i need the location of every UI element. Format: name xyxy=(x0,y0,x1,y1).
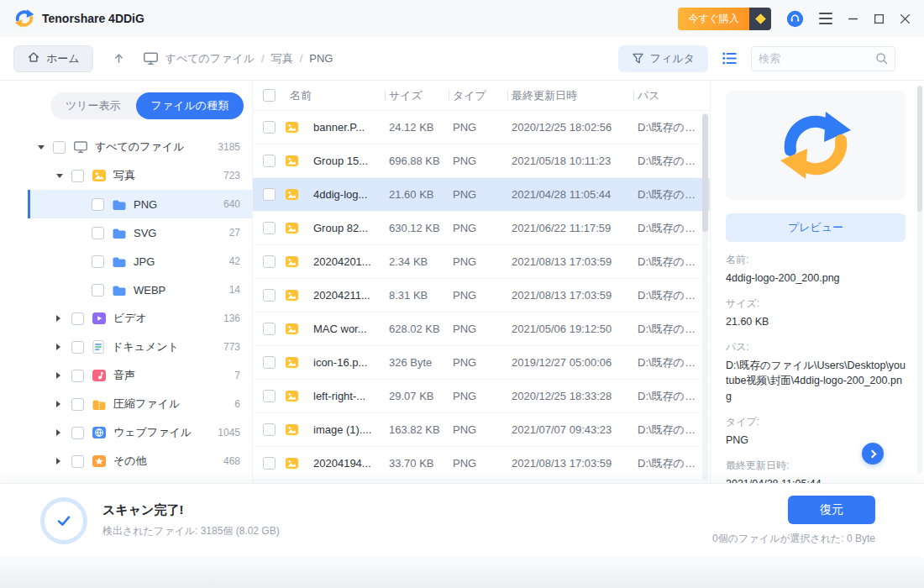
table-row[interactable]: MAC wor... 628.02 KB PNG 2021/05/06 19:1… xyxy=(253,312,710,346)
expand-icon[interactable] xyxy=(56,429,71,436)
header-name[interactable]: 名前 xyxy=(285,88,389,103)
table-row[interactable]: 20204194... 33.70 KB PNG 2021/08/13 17:0… xyxy=(253,447,710,480)
breadcrumb-separator: / xyxy=(300,52,303,65)
tree-checkbox[interactable] xyxy=(92,198,104,211)
row-checkbox[interactable] xyxy=(263,121,276,134)
row-checkbox[interactable] xyxy=(263,323,276,335)
up-arrow-icon[interactable] xyxy=(112,51,126,66)
tree-checkbox[interactable] xyxy=(92,227,104,239)
row-checkbox[interactable] xyxy=(263,356,276,369)
tree-item-video[interactable]: ビデオ 136 xyxy=(28,304,252,333)
table-row[interactable]: 20204201... 2.34 KB PNG 2021/08/13 17:03… xyxy=(253,245,710,279)
file-type: PNG xyxy=(453,155,512,167)
preview-scrollbar-thumb[interactable] xyxy=(917,86,922,212)
table-row[interactable]: left-right-... 29.07 KB PNG 2020/12/25 1… xyxy=(253,380,710,413)
tree-checkbox[interactable] xyxy=(71,170,84,182)
collapse-icon[interactable] xyxy=(38,145,53,150)
tree-item-audio[interactable]: 音声 7 xyxy=(28,361,252,390)
row-checkbox[interactable] xyxy=(263,390,276,402)
tree-checkbox[interactable] xyxy=(71,427,84,439)
preview-name-label: 名前: xyxy=(726,253,906,267)
preview-button[interactable]: プレビュー xyxy=(726,213,906,242)
row-checkbox[interactable] xyxy=(263,222,276,234)
video-icon xyxy=(92,311,107,326)
minimize-button[interactable] xyxy=(848,13,858,24)
select-all-checkbox[interactable] xyxy=(263,89,276,102)
support-icon[interactable] xyxy=(786,10,804,28)
table-row[interactable]: image (1).... 163.82 KB PNG 2021/07/07 0… xyxy=(253,413,710,447)
home-button[interactable]: ホーム xyxy=(13,45,93,72)
tree-item-label: その他 xyxy=(113,454,147,469)
preview-type-label: タイプ: xyxy=(726,415,906,429)
tree-checkbox[interactable] xyxy=(71,341,84,354)
next-file-button[interactable] xyxy=(862,443,884,465)
tree-checkbox[interactable] xyxy=(71,455,84,468)
tree-checkbox[interactable] xyxy=(92,255,104,268)
preview-path-value: D:\既存のファイル\Users\Desktop\youtube视频\封面\4d… xyxy=(726,358,906,403)
tree-item-photos[interactable]: 写真 723 xyxy=(28,161,252,190)
expand-icon[interactable] xyxy=(56,344,71,350)
tree-checkbox[interactable] xyxy=(71,398,84,411)
tree-checkbox[interactable] xyxy=(92,284,104,297)
search-icon[interactable] xyxy=(875,52,888,65)
row-checkbox[interactable] xyxy=(263,423,276,436)
table-row[interactable]: banner.P... 24.12 KB PNG 2020/12/25 18:0… xyxy=(253,111,710,144)
tree-item-others[interactable]: その他 468 xyxy=(28,447,252,475)
image-file-icon xyxy=(285,187,308,202)
tree-item-all-files[interactable]: すべてのファイル 3185 xyxy=(28,133,252,161)
expand-icon[interactable] xyxy=(56,372,71,379)
expand-icon[interactable] xyxy=(56,401,71,407)
search-input[interactable] xyxy=(759,52,875,65)
tree-checkbox[interactable] xyxy=(71,312,84,325)
menu-icon[interactable] xyxy=(819,13,832,24)
tree-checkbox[interactable] xyxy=(53,141,66,154)
breadcrumb-photos[interactable]: 写真 xyxy=(271,51,293,66)
tree-item-label: すべてのファイル xyxy=(95,139,184,155)
list-view-icon[interactable] xyxy=(722,51,738,66)
breadcrumb-png[interactable]: PNG xyxy=(309,52,333,65)
maximize-button[interactable] xyxy=(874,13,885,24)
file-size: 24.12 KB xyxy=(389,121,453,134)
preview-logo-image xyxy=(775,105,856,186)
table-scrollbar-thumb[interactable] xyxy=(702,114,708,232)
row-checkbox[interactable] xyxy=(263,289,276,302)
tree-item-web-files[interactable]: ウェブファイル 1045 xyxy=(28,418,252,447)
breadcrumb-all-files[interactable]: すべてのファイル xyxy=(165,51,255,66)
buy-now-button[interactable]: 今すぐ購入 xyxy=(678,8,771,30)
tab-file-type[interactable]: ファイルの種類 xyxy=(136,92,244,119)
tree-item-count: 14 xyxy=(224,284,240,296)
file-type: PNG xyxy=(453,323,512,335)
tree-item-png[interactable]: PNG 640 xyxy=(28,190,252,218)
tree-item-documents[interactable]: ドキュメント 773 xyxy=(28,333,252,361)
filter-button[interactable]: フィルタ xyxy=(618,45,708,72)
tree-item-svg[interactable]: SVG 27 xyxy=(28,218,252,247)
image-file-icon xyxy=(285,389,308,403)
close-button[interactable] xyxy=(900,13,911,24)
expand-icon[interactable] xyxy=(56,315,71,322)
tree-item-label: 圧縮ファイル xyxy=(113,396,180,412)
file-modified: 2021/08/13 17:03:59 xyxy=(512,255,638,268)
table-row[interactable]: icon-16.p... 326 Byte PNG 2019/12/27 05:… xyxy=(253,346,710,380)
tree-item-webp[interactable]: WEBP 14 xyxy=(28,276,252,304)
header-modified[interactable]: 最終更新日時 xyxy=(512,88,638,103)
row-checkbox[interactable] xyxy=(263,457,276,470)
header-type[interactable]: タイプ xyxy=(453,88,512,103)
audio-icon xyxy=(92,368,107,383)
restore-button[interactable]: 復元 xyxy=(788,496,875,524)
tree-item-jpg[interactable]: JPG 42 xyxy=(28,247,252,276)
collapse-icon[interactable] xyxy=(56,174,71,178)
row-checkbox[interactable] xyxy=(263,188,276,201)
table-row-selected[interactable]: 4ddig-log... 21.60 KB PNG 2021/04/28 11:… xyxy=(253,178,710,212)
header-size[interactable]: サイズ xyxy=(389,88,453,103)
file-name: banner.P... xyxy=(308,121,389,134)
tree-item-archives[interactable]: 圧縮ファイル 6 xyxy=(28,390,252,418)
row-checkbox[interactable] xyxy=(263,255,276,268)
tab-tree-view[interactable]: ツリー表示 xyxy=(50,92,136,119)
header-path[interactable]: パス xyxy=(638,88,710,103)
tree-checkbox[interactable] xyxy=(71,370,84,382)
table-row[interactable]: Group 82... 630.12 KB PNG 2021/06/22 11:… xyxy=(253,212,710,245)
table-row[interactable]: 20204211... 8.31 KB PNG 2021/08/13 17:03… xyxy=(253,279,710,312)
expand-icon[interactable] xyxy=(56,458,71,465)
table-row[interactable]: Group 15... 696.88 KB PNG 2021/05/18 10:… xyxy=(253,144,710,178)
row-checkbox[interactable] xyxy=(263,155,276,167)
